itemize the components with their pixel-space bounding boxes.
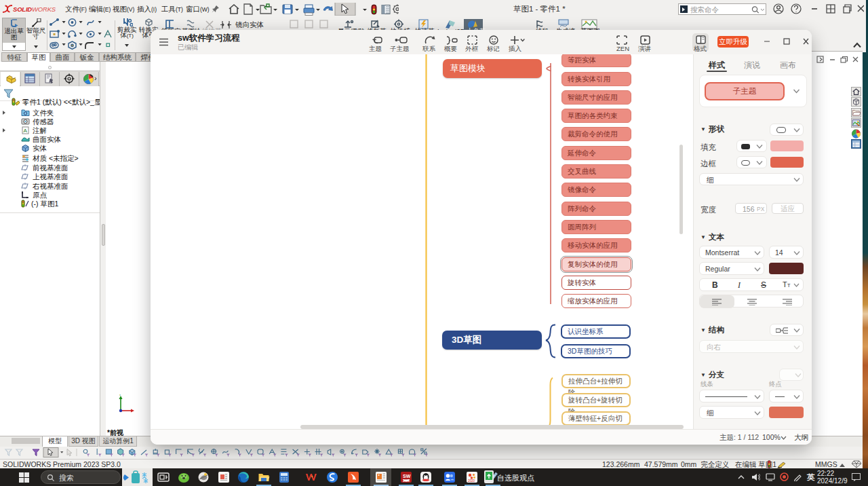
svg-text:Y: Y [119, 394, 121, 396]
svg-text:SW: SW [403, 474, 411, 479]
svg-text:镜向实体: 镜向实体 [235, 20, 264, 29]
svg-text:2020: 2020 [468, 479, 475, 483]
svg-text:2023: 2023 [403, 479, 410, 483]
svg-text:A: A [24, 128, 28, 134]
